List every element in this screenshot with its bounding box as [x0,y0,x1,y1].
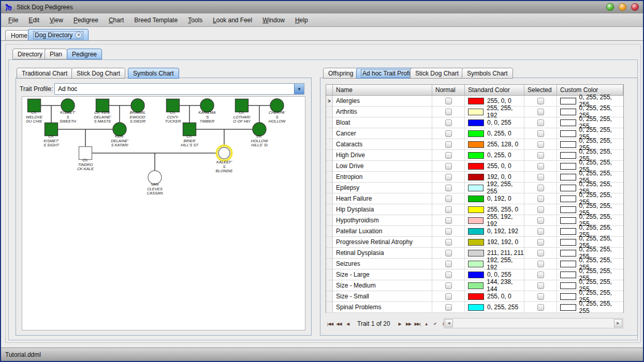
selected-checkbox[interactable] [537,98,544,104]
custom-color-swatch[interactable] [560,261,576,267]
selected-checkbox[interactable] [537,239,544,246]
normal-checkbox[interactable] [445,206,452,213]
normal-checkbox[interactable] [445,239,452,246]
menu-item-file[interactable]: File [3,14,23,26]
menu-item-view[interactable]: View [45,14,68,26]
row-selector-cell[interactable] [326,172,333,183]
maximize-button[interactable] [619,3,626,11]
normal-checkbox[interactable] [445,228,452,235]
custom-color-swatch[interactable] [560,119,576,126]
row-selector-cell[interactable] [326,139,333,150]
normal-checkbox[interactable] [445,282,452,289]
nav-confirm-button[interactable]: ✔ [431,319,440,328]
normal-checkbox[interactable] [445,174,452,180]
current-row-arrow-icon[interactable]: > [326,96,333,107]
tab-plan[interactable]: Plan [45,49,67,59]
normal-checkbox[interactable] [445,163,452,170]
trait-name-cell[interactable]: Arthritis [333,107,432,117]
tab-directory[interactable]: Directory [12,49,48,59]
trait-name-cell[interactable]: Seizures [333,259,432,269]
col-normal[interactable]: Normal [432,85,465,96]
selected-checkbox[interactable] [537,174,544,180]
row-selector-cell[interactable] [326,128,333,139]
standard-color-swatch[interactable] [468,163,484,170]
trait-name-cell[interactable]: Bloat [333,117,432,128]
menu-item-help[interactable]: Help [290,14,313,26]
pedigree-node-sight[interactable]: Ch.KISMET'S SIGHT [43,123,60,148]
custom-color-swatch[interactable] [560,152,576,159]
trait-name-cell[interactable]: Retinal Dysplasia [333,248,432,259]
row-selector-cell[interactable] [326,150,333,161]
selected-checkbox[interactable] [537,141,544,148]
selected-checkbox[interactable] [537,206,544,213]
custom-color-swatch[interactable] [560,130,576,137]
trait-name-cell[interactable]: Heart Failure [333,193,432,204]
custom-color-swatch[interactable] [560,98,576,104]
selected-checkbox[interactable] [537,130,544,137]
selected-checkbox[interactable] [537,109,544,115]
standard-color-swatch[interactable] [468,217,484,224]
tab-dog-directory[interactable]: Dog Directory × [28,29,89,40]
row-selector-cell[interactable] [326,280,333,291]
trait-name-cell[interactable]: Entropion [333,172,432,183]
horizontal-scrollbar[interactable]: ◀▶ [444,318,623,328]
selected-checkbox[interactable] [537,282,544,289]
row-selector-cell[interactable] [326,117,333,128]
standard-color-swatch[interactable] [468,272,484,278]
normal-checkbox[interactable] [445,272,452,278]
pedigree-node-tindrock[interactable]: Ch.TINDROCK-KALE [77,147,94,172]
normal-checkbox[interactable] [445,293,452,300]
selected-checkbox[interactable] [537,119,544,126]
trait-name-cell[interactable]: Low Drive [333,161,432,172]
nav-next-button[interactable]: ▶ [396,319,404,328]
standard-color-swatch[interactable] [468,152,484,159]
normal-checkbox[interactable] [445,98,452,104]
standard-color-swatch[interactable] [468,228,484,235]
menu-item-window[interactable]: Window [257,14,290,26]
row-selector-cell[interactable] [326,248,333,259]
pedigree-node-van[interactable]: VANCLEVESCASSAN [147,171,163,195]
standard-color-swatch[interactable] [468,239,484,246]
pedigree-node-covy[interactable]: Ch.COVY-TUCKER [165,99,181,124]
pedigree-node-lothari[interactable]: Ch.LOTHARIO OF HEI [233,99,251,124]
scroll-left-icon[interactable]: ◀ [445,319,453,327]
normal-checkbox[interactable] [445,304,452,311]
nav-fast-rewind-button[interactable]: ◀◀ [334,319,343,328]
selected-checkbox[interactable] [537,272,544,278]
selected-checkbox[interactable] [537,304,544,311]
row-selector-cell[interactable] [326,107,333,117]
custom-color-swatch[interactable] [560,141,576,148]
normal-checkbox[interactable] [445,185,452,191]
row-selector-cell[interactable] [326,269,333,280]
menu-item-edit[interactable]: Edit [23,14,45,26]
custom-color-swatch[interactable] [560,163,576,170]
standard-color-swatch[interactable] [468,195,484,202]
menu-item-tools[interactable]: Tools [183,14,208,26]
trait-name-cell[interactable]: High Drive [333,150,432,161]
scroll-right-icon[interactable]: ▶ [614,319,622,327]
nav-insert-button[interactable]: ▲ [422,319,431,328]
selected-checkbox[interactable] [537,163,544,170]
selected-checkbox[interactable] [537,261,544,267]
row-selector-cell[interactable] [326,237,333,248]
trait-name-cell[interactable]: Hypothyroidism [333,215,432,226]
row-selector-cell[interactable] [326,259,333,269]
col-standard-color[interactable]: Standard Color [465,85,524,96]
pedigree-node-katari[interactable]: KEN-DELAINE'S KATARI [111,123,128,147]
row-selector-cell[interactable] [326,193,333,204]
custom-color-swatch[interactable] [560,282,576,289]
menu-item-pedigree[interactable]: Pedigree [68,14,104,26]
normal-checkbox[interactable] [445,261,452,267]
tab-traditional-chart[interactable]: Traditional Chart [17,68,72,79]
pedigree-node-maste[interactable]: Ch. KEN-DELAINE'S MASTE [94,99,111,124]
nav-previous-button[interactable]: ◀ [343,319,352,328]
standard-color-swatch[interactable] [468,304,484,311]
col-name[interactable]: Name [333,85,432,96]
standard-color-swatch[interactable] [468,282,484,289]
standard-color-swatch[interactable] [468,119,484,126]
trait-name-cell[interactable]: Epilepsy [333,183,432,193]
pedigree-node-brier[interactable]: Ch.BRIERHILL'S ST [181,123,199,148]
tab-symbols-chart-right[interactable]: Symbols Chart [462,68,513,79]
custom-color-swatch[interactable] [560,250,576,257]
standard-color-swatch[interactable] [468,98,484,104]
